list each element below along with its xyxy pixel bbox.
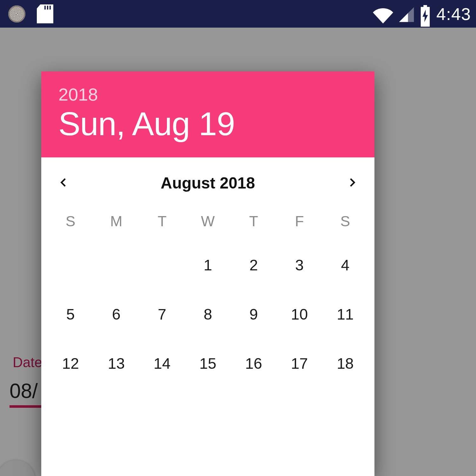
calendar-week-row: 12 13 14 15 16 17 18 [48,339,368,388]
calendar-day[interactable]: 3 [276,241,322,290]
weekday-label: W [185,202,231,241]
calendar-day[interactable]: 9 [231,290,276,339]
calendar-day[interactable]: 1 [185,241,231,290]
header-year-button[interactable]: 2018 [58,84,357,105]
status-bar: 4:43 [0,0,476,28]
calendar-day[interactable]: 13 [93,339,139,388]
weekday-header-row: S M T W T F S [48,202,368,241]
calendar-grid: S M T W T F S . . . 1 2 3 4 5 6 7 [41,199,374,388]
weekday-label: S [48,202,93,241]
header-date-button[interactable]: Sun, Aug 19 [58,106,357,142]
calendar-day[interactable]: 5 [48,290,93,339]
calendar-day[interactable]: 8 [185,290,231,339]
date-picker-header: 2018 Sun, Aug 19 [41,71,374,157]
calendar-day[interactable]: 15 [185,339,231,388]
status-clock: 4:43 [436,4,471,24]
calendar-day[interactable]: 16 [231,339,276,388]
weekday-label: M [93,202,139,241]
calendar-day[interactable]: 18 [322,339,368,388]
month-navigation: August 2018 [41,157,374,199]
calendar-week-row: 5 6 7 8 9 10 11 [48,290,368,339]
sd-card-icon [37,4,53,23]
month-year-label: August 2018 [161,174,255,192]
calendar-day[interactable]: 10 [276,290,322,339]
calendar-week-row: . . . 1 2 3 4 [48,241,368,290]
calendar-day[interactable]: 17 [276,339,322,388]
battery-charging-icon [420,5,431,23]
weekday-label: T [231,202,276,241]
chevron-right-icon [347,176,359,190]
calendar-day[interactable]: 7 [139,290,185,339]
prev-month-button[interactable] [54,174,72,192]
chevron-left-icon [56,176,69,190]
calendar-day[interactable]: 4 [322,241,368,290]
date-picker-dialog: 2018 Sun, Aug 19 August 2018 S M T W [41,71,374,476]
wifi-icon [373,6,393,22]
weekday-label: S [322,202,368,241]
calendar-day[interactable]: 12 [48,339,93,388]
loading-spinner-icon [8,5,25,23]
calendar-day[interactable]: 2 [231,241,276,290]
weekday-label: F [276,202,322,241]
calendar-day[interactable]: 11 [322,290,368,339]
cell-signal-icon [398,6,415,22]
weekday-label: T [139,202,185,241]
next-month-button[interactable] [344,174,362,192]
calendar-day[interactable]: 6 [93,290,139,339]
calendar-day[interactable]: 14 [139,339,185,388]
